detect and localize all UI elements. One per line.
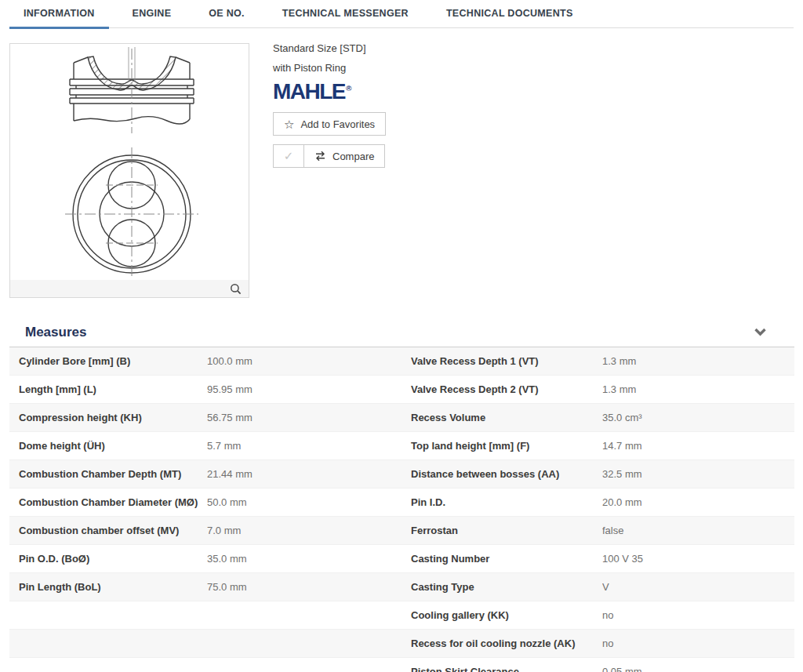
measure-label: Pin Length (BoL) (9, 581, 207, 593)
measure-label: Length [mm] (L) (9, 383, 207, 395)
compare-label: Compare (332, 151, 374, 162)
table-row: Combustion Chamber Depth (MT)21.44 mmDis… (9, 460, 794, 489)
brand-logo: MAHLE® (273, 82, 386, 103)
table-row: Recess for oil cooling nozzle (AK)no (9, 630, 794, 658)
brand-name: MAHLE (273, 80, 345, 104)
table-row: Pin Length (BoL)75.0 mmCasting TypeV (9, 573, 794, 601)
measure-label: Ferrostan (402, 525, 602, 536)
measure-label: Casting Number (402, 553, 602, 565)
table-row: Dome height (ÜH)5.7 mmTop land height [m… (9, 432, 794, 460)
measure-label: Pin I.D. (402, 496, 602, 508)
tab-engine[interactable]: ENGINE (118, 0, 186, 27)
measure-label: Distance between bosses (AA) (402, 468, 602, 480)
favorites-label: Add to Favorites (300, 118, 375, 130)
tab-bar: INFORMATIONENGINEOE NO.TECHNICAL MESSENG… (9, 0, 794, 28)
compare-checkbox[interactable]: ✓ (274, 145, 304, 167)
product-image-panel (9, 43, 249, 298)
product-detail-page: INFORMATIONENGINEOE NO.TECHNICAL MESSENG… (0, 0, 803, 672)
compare-arrows-icon (314, 151, 326, 162)
add-to-favorites-button[interactable]: ☆ Add to Favorites (273, 112, 386, 136)
measure-value: 95.95 mm (207, 383, 402, 395)
measure-label: Compression height (KH) (9, 412, 207, 423)
measure-value: 32.5 mm (602, 468, 794, 480)
measure-label: Piston Skirt Clearance (402, 666, 602, 672)
measure-label: Combustion Chamber Depth (MT) (9, 468, 207, 480)
table-row: Compression height (KH)56.75 mmRecess Vo… (9, 404, 794, 432)
tab-information[interactable]: INFORMATION (9, 0, 109, 27)
registered-mark: ® (346, 85, 351, 93)
measure-value: V (602, 581, 794, 593)
measure-label: Top land height [mm] (F) (402, 440, 602, 452)
table-row: Cooling gallery (KK)no (9, 601, 794, 630)
measure-label: Cylinder Bore [mm] (B) (9, 355, 207, 367)
measure-value: 35.0 mm (207, 553, 402, 565)
measure-value: 7.0 mm (207, 525, 402, 536)
measure-label: Cooling gallery (KK) (402, 609, 602, 621)
measure-label: Pin O.D. (BoØ) (9, 553, 207, 565)
star-icon: ☆ (284, 118, 294, 130)
measures-header: Measures (9, 318, 794, 347)
measure-label: Casting Type (402, 581, 602, 593)
measure-value: 50.0 mm (207, 496, 402, 508)
measure-value: 20.0 mm (602, 496, 794, 508)
measure-label: Valve Recess Depth 1 (VT) (402, 355, 602, 367)
measure-value: 56.75 mm (207, 412, 402, 423)
compare-group: ✓ Compare (273, 144, 385, 168)
measure-value: 14.7 mm (602, 440, 794, 452)
table-row: Piston Skirt Clearance0.05 mm (9, 658, 794, 672)
measure-value: 100.0 mm (207, 355, 402, 367)
table-row: Length [mm] (L)95.95 mmValve Recess Dept… (9, 376, 794, 404)
tab-technical-documents[interactable]: TECHNICAL DOCUMENTS (432, 0, 587, 27)
measures-title: Measures (25, 325, 86, 340)
measure-value: false (602, 525, 794, 536)
table-row: Combustion Chamber Diameter (MØ)50.0 mmP… (9, 489, 794, 517)
table-row: Pin O.D. (BoØ)35.0 mmCasting Number100 V… (9, 545, 794, 573)
measure-value: 35.0 cm³ (602, 412, 794, 423)
measure-value: no (602, 637, 794, 649)
measures-table: Cylinder Bore [mm] (B)100.0 mmValve Rece… (9, 347, 794, 672)
measure-value: 75.0 mm (207, 581, 402, 593)
tab-oe-no-[interactable]: OE NO. (194, 0, 259, 27)
measure-value: no (602, 609, 794, 621)
measure-value: 1.3 mm (602, 383, 794, 395)
measure-value: 5.7 mm (207, 440, 402, 452)
measure-value: 21.44 mm (207, 468, 402, 480)
measure-label: Recess for oil cooling nozzle (AK) (402, 637, 602, 649)
table-row: Cylinder Bore [mm] (B)100.0 mmValve Rece… (9, 347, 794, 376)
product-info: Standard Size [STD] with Piston Ring MAH… (273, 42, 386, 168)
tab-technical-messenger[interactable]: TECHNICAL MESSENGER (268, 0, 423, 27)
magnifier-icon[interactable] (230, 283, 242, 295)
measure-value: 0.05 mm (602, 666, 794, 672)
chevron-down-icon[interactable] (754, 328, 767, 336)
measure-label: Combustion Chamber Diameter (MØ) (9, 496, 207, 508)
measure-label: Combustion chamber offset (MV) (9, 525, 207, 536)
size-label: Standard Size [STD] (273, 42, 386, 55)
measure-label: Recess Volume (402, 412, 602, 423)
piston-technical-drawing (10, 44, 249, 280)
measure-label: Valve Recess Depth 2 (VT) (402, 383, 602, 395)
variant-label: with Piston Ring (273, 62, 386, 74)
measure-value: 1.3 mm (602, 355, 794, 367)
image-zoom-bar (10, 280, 249, 297)
checkmark-icon: ✓ (284, 149, 294, 163)
compare-button[interactable]: Compare (304, 145, 384, 167)
measure-value: 100 V 35 (602, 553, 794, 565)
table-row: Combustion chamber offset (MV)7.0 mmFerr… (9, 517, 794, 545)
measure-label: Dome height (ÜH) (9, 440, 207, 452)
measures-section: Measures Cylinder Bore [mm] (B)100.0 mmV… (9, 318, 794, 672)
